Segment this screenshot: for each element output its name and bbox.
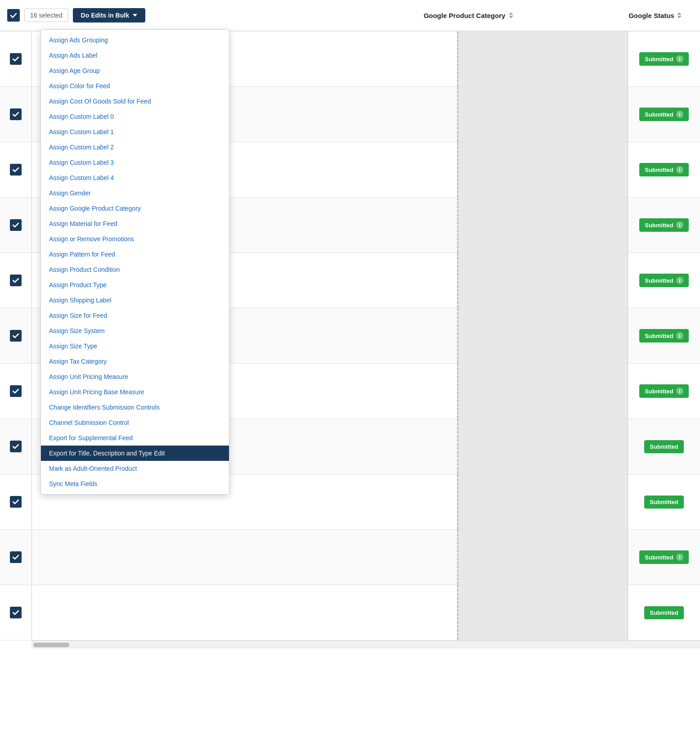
dropdown-item-assign-product-condition[interactable]: Assign Product Condition (41, 262, 229, 277)
dropdown-item-assign-size-type[interactable]: Assign Size Type (41, 338, 229, 354)
google-status-label: Google Status (628, 12, 674, 19)
selected-count-label: 16 selected (24, 9, 68, 22)
status-text: Submitted (645, 56, 673, 63)
status-info-icon[interactable]: i (676, 277, 683, 284)
header-row: 16 selected Do Edits in Bulk Google Prod… (0, 0, 700, 32)
status-info-icon[interactable]: i (676, 166, 683, 173)
row-checkbox-row-8[interactable] (10, 441, 22, 452)
status-info-icon[interactable]: i (676, 332, 683, 339)
dropdown-item-assign-ads-grouping[interactable]: Assign Ads Grouping (41, 32, 229, 48)
dropdown-item-assign-custom-label-3[interactable]: Assign Custom Label 3 (41, 155, 229, 170)
row-checkbox-row-10[interactable] (10, 551, 22, 563)
row-checkbox-cell (0, 164, 31, 176)
row-status-area: Submitted i (628, 530, 700, 585)
status-text: Submitted (645, 554, 673, 561)
row-checkbox-row-6[interactable] (10, 330, 22, 342)
row-status-area: Submitted (628, 585, 700, 640)
status-info-icon[interactable]: i (676, 388, 683, 395)
row-checkbox-cell (0, 496, 31, 508)
row-category-area (457, 253, 628, 308)
row-category-area (457, 364, 628, 419)
status-info-icon[interactable]: i (676, 111, 683, 118)
row-checkbox-row-1[interactable] (10, 53, 22, 65)
status-sort-arrows-icon[interactable] (677, 12, 682, 18)
row-checkbox-row-7[interactable] (10, 385, 22, 397)
dropdown-item-assign-google-product-category[interactable]: Assign Google Product Category (41, 201, 229, 216)
status-badge: Submitted i (639, 108, 689, 121)
select-all-checkbox[interactable] (7, 9, 20, 22)
row-product-area (32, 530, 457, 585)
status-info-icon[interactable]: i (676, 221, 683, 229)
row-category-area (457, 474, 628, 529)
row-checkbox-row-9[interactable] (10, 496, 22, 508)
status-badge: Submitted (644, 496, 684, 509)
row-category-area (457, 419, 628, 474)
status-text: Submitted (645, 111, 673, 118)
dropdown-item-assign-custom-label-0[interactable]: Assign Custom Label 0 (41, 109, 229, 124)
row-category-area (457, 530, 628, 585)
status-text: Submitted (650, 443, 678, 450)
row-main-content: Submitted (31, 585, 700, 640)
google-status-header: Google Status (621, 12, 693, 19)
row-status-area: Submitted i (628, 253, 700, 308)
bulk-edit-caret-icon (133, 14, 137, 17)
row-checkbox-row-3[interactable] (10, 164, 22, 176)
google-category-label: Google Product Category (424, 12, 506, 19)
row-checkbox-row-4[interactable] (10, 219, 22, 231)
dropdown-item-assign-material[interactable]: Assign Material for Feed (41, 216, 229, 231)
bulk-edit-button[interactable]: Do Edits in Bulk (73, 8, 145, 23)
status-text: Submitted (650, 609, 678, 616)
row-checkbox-cell (0, 330, 31, 342)
status-badge: Submitted i (639, 163, 689, 176)
status-text: Submitted (645, 333, 673, 339)
dropdown-item-assign-size-system[interactable]: Assign Size System (41, 323, 229, 338)
table-row: Submitted (0, 585, 700, 640)
row-status-area: Submitted (628, 419, 700, 474)
dropdown-item-assign-unit-pricing-base[interactable]: Assign Unit Pricing Base Measure (41, 384, 229, 400)
dropdown-item-assign-custom-label-4[interactable]: Assign Custom Label 4 (41, 170, 229, 185)
row-status-area: Submitted i (628, 87, 700, 142)
dropdown-item-sync-meta-fields[interactable]: Sync Meta Fields (41, 476, 229, 491)
dropdown-item-assign-tax-category[interactable]: Assign Tax Category (41, 354, 229, 369)
dropdown-item-assign-shipping-label[interactable]: Assign Shipping Label (41, 293, 229, 308)
table-row: Submitted i (0, 530, 700, 585)
status-info-icon[interactable]: i (676, 554, 683, 561)
row-status-area: Submitted i (628, 308, 700, 363)
dropdown-item-assign-custom-label-2[interactable]: Assign Custom Label 2 (41, 140, 229, 155)
row-checkbox-cell (0, 53, 31, 65)
dropdown-item-assign-product-type[interactable]: Assign Product Type (41, 277, 229, 293)
dropdown-item-assign-cost-of-goods[interactable]: Assign Cost Of Goods Sold for Feed (41, 94, 229, 109)
dropdown-item-mark-adult-oriented[interactable]: Mark as Adult-Oriented Product (41, 461, 229, 476)
dropdown-item-assign-age-group[interactable]: Assign Age Group (41, 63, 229, 78)
horizontal-scrollbar[interactable] (31, 640, 700, 649)
sort-up-icon (509, 12, 513, 15)
row-category-area (457, 87, 628, 142)
dropdown-item-assign-gender[interactable]: Assign Gender (41, 185, 229, 201)
dropdown-item-export-supplemental-feed[interactable]: Export for Supplemental Feed (41, 430, 229, 446)
dropdown-item-assign-color-for-feed[interactable]: Assign Color for Feed (41, 78, 229, 94)
row-checkbox-cell (0, 108, 31, 120)
dropdown-item-channel-submission-control[interactable]: Channel Submission Control (41, 415, 229, 430)
dropdown-item-assign-ads-label[interactable]: Assign Ads Label (41, 48, 229, 63)
scrollbar-thumb[interactable] (33, 643, 69, 647)
dropdown-item-export-title-desc-type[interactable]: Export for Title, Description and Type E… (41, 446, 229, 461)
row-category-area (457, 585, 628, 640)
row-product-area (32, 585, 457, 640)
row-checkbox-row-11[interactable] (10, 607, 22, 618)
status-badge: Submitted (644, 606, 684, 619)
dropdown-item-assign-size-for-feed[interactable]: Assign Size for Feed (41, 308, 229, 323)
dropdown-item-assign-unit-pricing-measure[interactable]: Assign Unit Pricing Measure (41, 369, 229, 384)
dropdown-item-change-identifiers[interactable]: Change Identifiers Submission Controls (41, 400, 229, 415)
status-badge: Submitted (644, 440, 684, 453)
dropdown-item-assign-or-remove-promotions[interactable]: Assign or Remove Promotions (41, 231, 229, 247)
sort-arrows-icon[interactable] (509, 12, 513, 18)
dropdown-item-assign-pattern[interactable]: Assign Pattern for Feed (41, 247, 229, 262)
dropdown-item-assign-custom-label-1[interactable]: Assign Custom Label 1 (41, 124, 229, 140)
status-info-icon[interactable]: i (676, 55, 683, 63)
status-badge: Submitted i (639, 274, 689, 287)
row-main-content: Submitted i (31, 530, 700, 585)
row-checkbox-row-5[interactable] (10, 275, 22, 286)
row-status-area: Submitted i (628, 32, 700, 86)
row-checkbox-cell (0, 441, 31, 452)
row-checkbox-row-2[interactable] (10, 108, 22, 120)
